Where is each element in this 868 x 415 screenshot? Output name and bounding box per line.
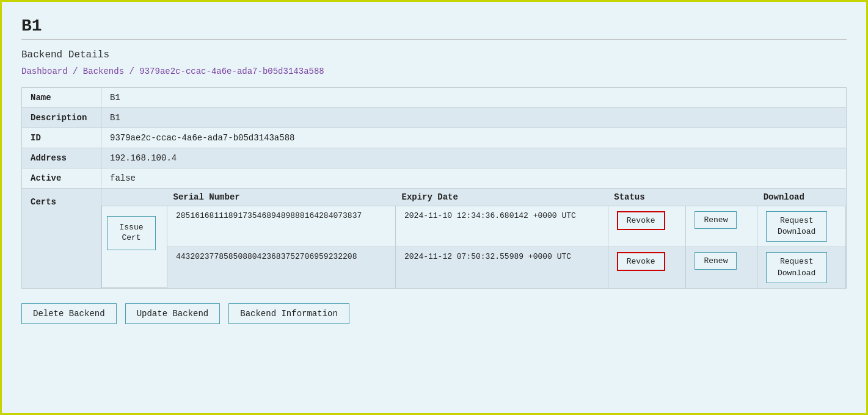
page-title: B1 — [21, 16, 847, 35]
col-serial: Serial Number — [167, 189, 396, 206]
renew-button-1[interactable]: Renew — [695, 211, 737, 229]
renew-button-2[interactable]: Renew — [695, 252, 737, 270]
issue-cert-cell-1: IssueCert — [102, 206, 167, 288]
cert-row-2: 44320237785850880423683752706959232208 2… — [102, 247, 846, 288]
field-value-id: 9379ae2c-ccac-4a6e-ada7-b05d3143a588 — [101, 128, 847, 148]
revoke-button-1[interactable]: Revoke — [617, 211, 665, 230]
page-wrapper: B1 Backend Details Dashboard / Backends … — [2, 2, 866, 344]
download-cell-1: RequestDownload — [757, 206, 846, 247]
certs-content: Serial Number Expiry Date Status Downloa… — [101, 189, 847, 289]
request-download-button-1[interactable]: RequestDownload — [766, 211, 827, 242]
breadcrumb: Dashboard / Backends / 9379ae2c-ccac-4a6… — [21, 67, 847, 76]
field-label-address: Address — [22, 148, 101, 168]
update-backend-button[interactable]: Update Backend — [125, 303, 221, 324]
field-label-active: Active — [22, 168, 101, 189]
download-cell-2: RequestDownload — [757, 247, 846, 288]
renew-cell-2: Renew — [686, 247, 757, 288]
revoke-cell-2: Revoke — [608, 247, 686, 288]
certs-label: Certs — [22, 189, 101, 289]
request-download-button-2[interactable]: RequestDownload — [766, 252, 827, 283]
table-row: ID 9379ae2c-ccac-4a6e-ada7-b05d3143a588 — [22, 128, 847, 148]
section-title: Backend Details — [21, 49, 847, 60]
table-row: Name B1 — [22, 88, 847, 108]
details-table: Name B1 Description B1 ID 9379ae2c-ccac-… — [21, 87, 847, 289]
issue-cert-button[interactable]: IssueCert — [107, 216, 156, 250]
col-issue — [102, 189, 167, 206]
field-value-name: B1 — [101, 88, 847, 108]
breadcrumb-backends[interactable]: Backends — [83, 67, 124, 76]
breadcrumb-dashboard[interactable]: Dashboard — [21, 67, 68, 76]
expiry-2: 2024-11-12 07:50:32.55989 +0000 UTC — [396, 247, 608, 288]
delete-backend-button[interactable]: Delete Backend — [21, 303, 117, 324]
table-row: Description B1 — [22, 108, 847, 128]
table-row: Address 192.168.100.4 — [22, 148, 847, 168]
backend-information-button[interactable]: Backend Information — [228, 303, 349, 324]
col-status: Status — [608, 189, 686, 206]
breadcrumb-sep1: / — [73, 67, 83, 76]
certs-header: Serial Number Expiry Date Status Downloa… — [102, 189, 846, 206]
field-label-name: Name — [22, 88, 101, 108]
cert-row-1: IssueCert 285161681118917354689489888164… — [102, 206, 846, 247]
revoke-button-2[interactable]: Revoke — [617, 252, 665, 271]
expiry-1: 2024-11-10 12:34:36.680142 +0000 UTC — [396, 206, 608, 247]
table-row: Active false — [22, 168, 847, 189]
field-value-description: B1 — [101, 108, 847, 128]
bottom-actions: Delete Backend Update Backend Backend In… — [21, 303, 847, 324]
breadcrumb-sep2: / — [129, 67, 139, 76]
serial-1: 285161681118917354689489888164284073837 — [167, 206, 396, 247]
revoke-cell-1: Revoke — [608, 206, 686, 247]
certs-row: Certs Serial Number Expiry Date Status D… — [22, 189, 847, 289]
col-download: Download — [757, 189, 846, 206]
certs-table: Serial Number Expiry Date Status Downloa… — [101, 189, 846, 288]
title-divider — [21, 39, 847, 40]
serial-2: 44320237785850880423683752706959232208 — [167, 247, 396, 288]
col-expiry: Expiry Date — [396, 189, 608, 206]
field-label-description: Description — [22, 108, 101, 128]
breadcrumb-id[interactable]: 9379ae2c-ccac-4a6e-ada7-b05d3143a588 — [139, 67, 324, 76]
field-value-active: false — [101, 168, 847, 189]
field-label-id: ID — [22, 128, 101, 148]
col-renew — [686, 189, 757, 206]
renew-cell-1: Renew — [686, 206, 757, 247]
field-value-address: 192.168.100.4 — [101, 148, 847, 168]
